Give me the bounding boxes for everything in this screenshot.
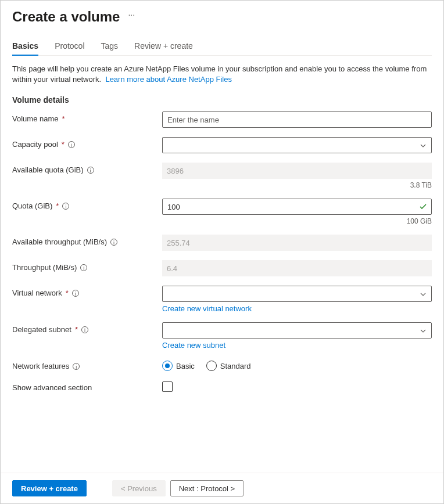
network-features-standard-radio[interactable]: Standard — [206, 361, 251, 371]
delegated-subnet-label: Delegated subnet — [12, 325, 71, 334]
tab-basics[interactable]: Basics — [12, 41, 38, 55]
network-features-basic-radio[interactable]: Basic — [162, 361, 195, 371]
tab-review-create[interactable]: Review + create — [134, 41, 193, 55]
capacity-pool-select[interactable] — [162, 137, 432, 153]
info-icon[interactable]: i — [62, 203, 69, 210]
info-icon[interactable]: i — [110, 239, 117, 246]
quota-sub: 100 GiB — [162, 217, 432, 225]
required-icon: * — [66, 289, 69, 297]
capacity-pool-label: Capacity pool — [12, 140, 58, 149]
tabs: Basics Protocol Tags Review + create — [12, 41, 432, 56]
available-throughput-value: 255.74 — [162, 235, 432, 251]
tab-tags[interactable]: Tags — [101, 41, 119, 55]
create-subnet-link[interactable]: Create new subnet — [162, 341, 432, 350]
info-icon[interactable]: i — [80, 264, 87, 271]
create-vnet-link[interactable]: Create new virtual network — [162, 304, 432, 313]
delegated-subnet-select[interactable] — [162, 322, 432, 339]
intro-text: This page will help you create an Azure … — [12, 64, 432, 85]
learn-more-link[interactable]: Learn more about Azure NetApp Files — [105, 75, 232, 84]
info-icon[interactable]: i — [72, 290, 79, 297]
show-advanced-checkbox[interactable] — [162, 381, 173, 392]
available-quota-sub: 3.8 TiB — [162, 181, 432, 189]
quota-label: Quota (GiB) — [12, 201, 52, 210]
available-throughput-label: Available throughput (MiB/s) — [12, 237, 107, 246]
info-icon[interactable]: i — [81, 326, 88, 333]
info-icon[interactable]: i — [87, 167, 94, 174]
radio-icon — [162, 361, 173, 371]
footer: Review + create < Previous Next : Protoc… — [1, 473, 443, 503]
virtual-network-select[interactable] — [162, 286, 432, 302]
more-actions-icon[interactable]: ··· — [128, 10, 135, 19]
create-volume-page: Create a volume ··· Basics Protocol Tags… — [0, 0, 444, 504]
next-button[interactable]: Next : Protocol > — [170, 480, 244, 496]
volume-name-label: Volume name — [12, 114, 59, 123]
virtual-network-label: Virtual network — [12, 289, 62, 297]
required-icon: * — [75, 325, 78, 334]
info-icon[interactable]: i — [68, 141, 75, 148]
tab-protocol[interactable]: Protocol — [55, 41, 84, 55]
chevron-down-icon — [420, 291, 427, 298]
throughput-label: Throughput (MiB/s) — [12, 263, 77, 272]
available-quota-label: Available quota (GiB) — [12, 165, 84, 174]
info-icon[interactable]: i — [73, 363, 80, 370]
quota-input[interactable] — [162, 199, 432, 215]
radio-icon — [206, 361, 217, 371]
throughput-value: 6.4 — [162, 260, 432, 276]
required-icon: * — [56, 201, 59, 210]
previous-button: < Previous — [112, 480, 166, 496]
valid-check-icon — [419, 203, 427, 211]
volume-name-input[interactable] — [162, 111, 432, 128]
review-create-button[interactable]: Review + create — [12, 480, 87, 496]
chevron-down-icon — [420, 327, 427, 334]
page-title: Create a volume — [12, 9, 120, 25]
section-title: Volume details — [12, 95, 432, 105]
show-advanced-label: Show advanced section — [12, 383, 92, 392]
available-quota-value: 3896 — [162, 163, 432, 179]
network-features-label: Network features — [12, 362, 69, 370]
chevron-down-icon — [420, 142, 427, 149]
required-icon: * — [62, 140, 65, 149]
required-icon: * — [62, 114, 65, 123]
